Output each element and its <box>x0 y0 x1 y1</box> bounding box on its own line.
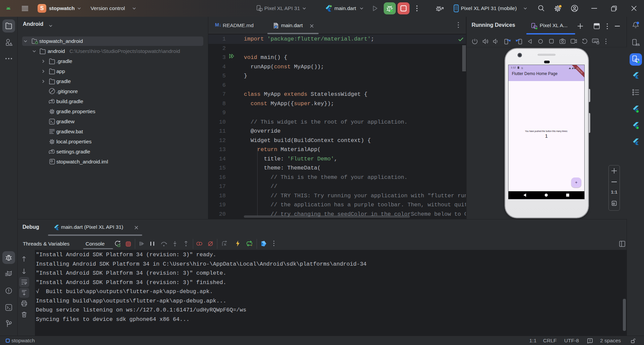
svg-text:S: S <box>521 67 523 69</box>
